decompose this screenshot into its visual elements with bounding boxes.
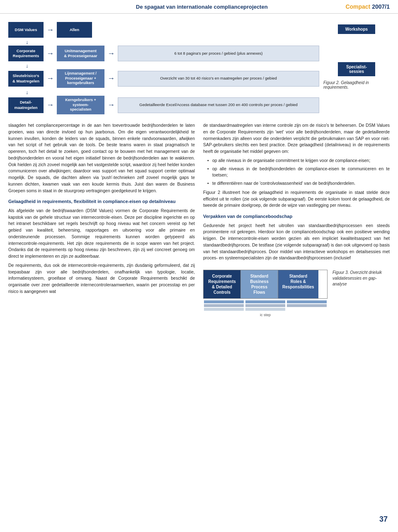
logo-year: 2007/1 xyxy=(372,3,390,10)
col-right: de standaardmaatregelen van interne cont… xyxy=(203,122,390,318)
arrow-3: → xyxy=(107,49,115,58)
text-section: slaagden het compliancepercentage in de … xyxy=(0,120,398,320)
right-para2: Figuur 2 illustreert hoe de gelaagdheid … xyxy=(203,189,390,209)
lijnmanagement-box: Lijnmanagement / Proceseigenaar + kernge… xyxy=(57,69,104,88)
specialist-box: Specialist- sessies xyxy=(338,62,375,76)
diagram-row-3: Sleutelrisico's & Maatregelen → Lijnmana… xyxy=(8,69,319,88)
diagram-section: DSM Values → Allen ↓ Corporate Requireme… xyxy=(0,18,398,120)
fig3-box-3: Standard Roles & Responsibilities xyxy=(278,270,318,298)
desc-box-2: 6 tot 8 pagina's per proces / gebied (pl… xyxy=(118,46,319,61)
fig3-bars xyxy=(203,300,328,312)
desc-box-4: Gedetailleerde Excel/Access database met… xyxy=(118,97,319,113)
down-arrow-1: ↓ xyxy=(8,39,319,45)
left-heading1: Gelaagdheid in requirements, flexibilite… xyxy=(8,198,195,205)
diagram-inner: DSM Values → Allen ↓ Corporate Requireme… xyxy=(8,22,319,116)
left-intro: slaagden het compliancepercentage in de … xyxy=(8,122,195,194)
left-para3: De requirements, dus ook de internecontr… xyxy=(8,262,195,295)
diagram-row-4: Detail- maatregelen → Kerngebruikers + s… xyxy=(8,96,319,114)
page-number: 37 xyxy=(379,515,388,524)
bullet-list: op alle niveaus in de organisatie commit… xyxy=(203,157,390,187)
allen-box: Allen xyxy=(57,22,92,38)
col-left: slaagden het compliancepercentage in de … xyxy=(8,122,195,318)
workshops-box: Workshops xyxy=(338,24,375,34)
header-logo: Compact 2007/1 xyxy=(345,3,390,10)
right-heading2: Verpakken van de complianceboodschap xyxy=(203,213,390,220)
bullet-3: te differentiëren naar de 'controlvolwas… xyxy=(207,180,390,187)
bullet-1: op alle niveaus in de organisatie commit… xyxy=(207,157,390,164)
desc-box-3: Overzicht van 30 tot 40 risico's en maat… xyxy=(118,71,319,87)
arrow-5: → xyxy=(107,74,115,83)
right-para1: de standaardmaatregelen van interne cont… xyxy=(203,122,390,155)
sleutelrisico-box: Sleutelrisico's & Maatregelen xyxy=(8,71,44,87)
corp-req-box: Corporate Requirements xyxy=(8,46,44,61)
kerngebruikers-box: Kerngebruikers + systeem- specialisten xyxy=(57,96,104,114)
bullet-2: op alle niveaus in de bedrijfsonderdelen… xyxy=(207,166,390,179)
dsm-values-box: DSM Values xyxy=(8,22,44,38)
logo-compact: Compact xyxy=(345,3,370,10)
detail-box: Detail- maatregelen xyxy=(8,97,44,113)
arrow-7: → xyxy=(107,101,115,109)
fig3-caption: Figuur 3. Overzicht drieluik validatiese… xyxy=(328,270,390,287)
page-header: De spagaat van internationale compliance… xyxy=(0,0,398,14)
fig3-box-1: Corporate Requirements & Detailed Contro… xyxy=(204,270,241,298)
arrow-1: → xyxy=(46,26,54,34)
down-arrow-3: ↓ xyxy=(8,89,319,95)
diagram-row-1: DSM Values → Allen xyxy=(8,22,319,38)
fig3-box-2: Standard Business Process Flows xyxy=(241,270,278,298)
down-arrow-2: ↓ xyxy=(8,63,319,68)
left-para2: Als afgeleide van de bedrijfswaarden (DS… xyxy=(8,208,195,260)
unitmanagement-box: Unitmanagement & Proceseigenaar xyxy=(57,46,104,61)
arrow-2: → xyxy=(46,49,54,58)
header-title: De spagaat van internationale compliance… xyxy=(58,4,345,10)
fig2-caption: Figuur 2. Gelaagdheid in requirements. xyxy=(323,80,390,89)
arrow-4: → xyxy=(46,74,54,83)
fig3-label: ic step xyxy=(203,312,328,318)
figure-3: Corporate Requirements & Detailed Contro… xyxy=(203,266,390,318)
fig3-boxes: Corporate Requirements & Detailed Contro… xyxy=(203,270,328,299)
right-para3: Gedurende het project heeft het uitrolle… xyxy=(203,222,390,262)
diagram-row-2: Corporate Requirements → Unitmanagement … xyxy=(8,46,319,61)
workshops-column: Workshops Specialist- sessies Figuur 2. … xyxy=(323,24,390,89)
arrow-6: → xyxy=(46,101,54,109)
